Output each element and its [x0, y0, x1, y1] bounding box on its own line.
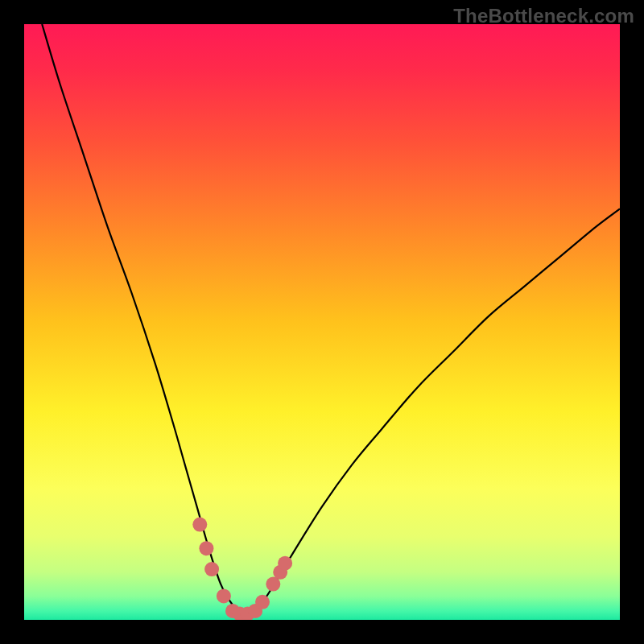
highlight-marker — [217, 588, 231, 603]
highlight-marker — [255, 595, 270, 609]
highlight-marker — [192, 518, 207, 532]
highlight-marker — [204, 562, 219, 576]
chart-plot-area — [24, 24, 620, 620]
chart-background-gradient — [24, 24, 620, 620]
highlight-marker — [278, 556, 292, 571]
highlight-marker — [199, 541, 213, 555]
outer-frame: TheBottleneck.com — [0, 0, 644, 644]
chart-svg — [24, 24, 620, 620]
